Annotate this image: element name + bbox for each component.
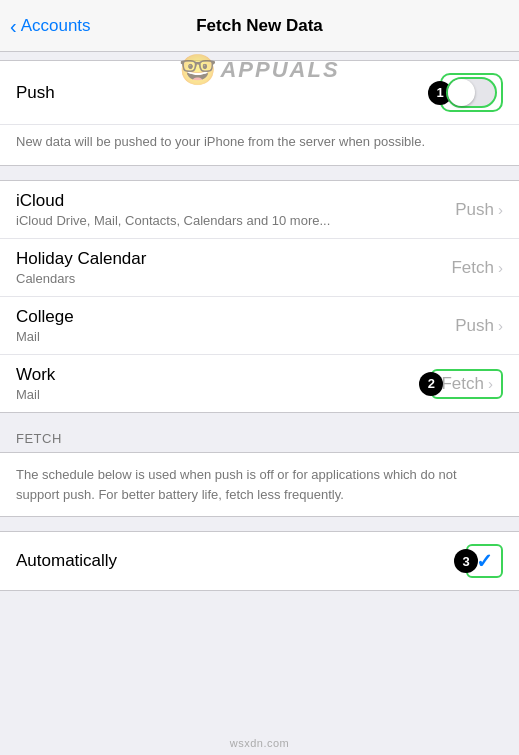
account-name-college: College	[16, 307, 74, 327]
push-toggle-group: 1	[440, 73, 503, 112]
push-row: Push 1	[0, 61, 519, 125]
account-right-holiday: Fetch ›	[451, 258, 503, 278]
accounts-section: iCloud iCloud Drive, Mail, Contacts, Cal…	[0, 180, 519, 413]
chevron-right-icon-holiday: ›	[498, 259, 503, 276]
icloud-status: Push	[455, 200, 494, 220]
account-info-work: Work Mail	[16, 365, 55, 402]
push-section: Push 1 New data will be pushed to your i…	[0, 60, 519, 166]
fetch-header: FETCH	[0, 427, 519, 452]
account-right-icloud: Push ›	[455, 200, 503, 220]
badge-3: 3	[454, 549, 478, 573]
auto-check-group: 3 ✓	[466, 544, 503, 578]
main-content: Push 1 New data will be pushed to your i…	[0, 52, 519, 591]
chevron-right-icon-college: ›	[498, 317, 503, 334]
account-row-college[interactable]: College Mail Push ›	[0, 297, 519, 355]
account-info-college: College Mail	[16, 307, 74, 344]
account-sub-college: Mail	[16, 329, 74, 344]
push-label: Push	[16, 83, 55, 103]
push-toggle[interactable]	[446, 77, 497, 108]
auto-section: Automatically 3 ✓	[0, 531, 519, 591]
navigation-bar: ‹ Accounts Fetch New Data	[0, 0, 519, 52]
account-sub-holiday: Calendars	[16, 271, 146, 286]
page-title: Fetch New Data	[196, 16, 323, 36]
toggle-knob	[448, 79, 475, 106]
chevron-right-icon-work: ›	[488, 375, 493, 392]
account-name-icloud: iCloud	[16, 191, 330, 211]
badge-2: 2	[419, 372, 443, 396]
holiday-status: Fetch	[451, 258, 494, 278]
auto-row[interactable]: Automatically 3 ✓	[0, 532, 519, 590]
back-label[interactable]: Accounts	[21, 16, 91, 36]
account-info-holiday: Holiday Calendar Calendars	[16, 249, 146, 286]
checkmark-icon: ✓	[476, 549, 493, 573]
work-status: Fetch	[441, 374, 484, 394]
back-button[interactable]: ‹ Accounts	[10, 16, 91, 36]
fetch-section: FETCH The schedule below is used when pu…	[0, 427, 519, 517]
back-chevron-icon: ‹	[10, 16, 17, 36]
push-description: New data will be pushed to your iPhone f…	[0, 125, 519, 165]
account-name-holiday: Holiday Calendar	[16, 249, 146, 269]
account-info-icloud: iCloud iCloud Drive, Mail, Contacts, Cal…	[16, 191, 330, 228]
account-name-work: Work	[16, 365, 55, 385]
account-row-icloud[interactable]: iCloud iCloud Drive, Mail, Contacts, Cal…	[0, 181, 519, 239]
chevron-right-icon: ›	[498, 201, 503, 218]
fetch-body: The schedule below is used when push is …	[0, 452, 519, 517]
account-row-work[interactable]: Work Mail 2 Fetch ›	[0, 355, 519, 412]
account-right-college: Push ›	[455, 316, 503, 336]
account-sub-work: Mail	[16, 387, 55, 402]
bottom-watermark: wsxdn.com	[230, 737, 290, 749]
auto-label: Automatically	[16, 551, 117, 571]
account-sub-icloud: iCloud Drive, Mail, Contacts, Calendars …	[16, 213, 330, 228]
account-row-holiday[interactable]: Holiday Calendar Calendars Fetch ›	[0, 239, 519, 297]
college-status: Push	[455, 316, 494, 336]
work-status-group: 2 Fetch ›	[431, 369, 503, 399]
